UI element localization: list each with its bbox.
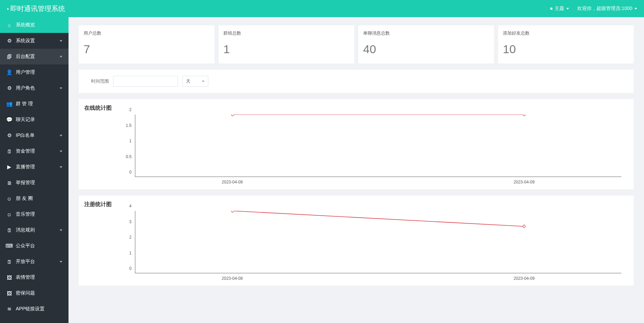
- stat-label: 用户总数: [84, 30, 210, 36]
- menu-icon: 🗓: [6, 148, 12, 154]
- menu-icon: 🗎: [6, 180, 12, 186]
- sidebar-item-1[interactable]: ⚙系统设置: [0, 33, 69, 49]
- y-tick: 2: [129, 107, 132, 112]
- stat-card-2: 单聊消息总数40: [358, 25, 494, 63]
- x-tick: 2023-04-09: [513, 276, 534, 281]
- stat-value: 10: [503, 43, 629, 56]
- menu-label: 资金管理: [16, 148, 35, 154]
- y-tick: 0.5: [126, 154, 132, 159]
- sidebar-item-9[interactable]: ▶直播管理: [0, 159, 69, 175]
- y-tick: 1.5: [126, 123, 132, 128]
- stat-value: 1: [223, 43, 349, 56]
- menu-label: 直播管理: [16, 164, 35, 170]
- sidebar-item-18[interactable]: ≋APP链接设置: [0, 301, 69, 317]
- main-content: 用户总数7群组总数1单聊消息总数40添加好友总数10 时间范围 天 在线统计图 …: [69, 17, 644, 323]
- menu-label: 举报管理: [16, 180, 35, 186]
- stat-value: 40: [363, 43, 489, 56]
- chevron-down-icon: [60, 261, 62, 263]
- menu-icon: ≋: [6, 306, 12, 312]
- chevron-down-icon: [60, 87, 62, 89]
- menu-icon: 🖾: [6, 290, 12, 296]
- menu-icon: 👤: [6, 69, 12, 75]
- sidebar-item-6[interactable]: 💬聊天记录: [0, 112, 69, 128]
- y-tick: 2: [129, 235, 132, 240]
- sidebar-item-4[interactable]: ⚙用户角色: [0, 80, 69, 96]
- sidebar-item-7[interactable]: ⚙IP白名单: [0, 128, 69, 143]
- y-axis: 01234: [84, 211, 134, 273]
- theme-selector[interactable]: 主题: [550, 5, 569, 12]
- sidebar-item-3[interactable]: 👤用户管理: [0, 64, 69, 80]
- menu-label: 密保问题: [16, 290, 35, 296]
- theme-label: 主题: [555, 5, 564, 12]
- sidebar-item-12[interactable]: ☺音乐管理: [0, 206, 69, 222]
- menu-icon: 🖾: [6, 275, 12, 280]
- menu-label: 开放平台: [16, 259, 35, 265]
- menu-icon: ⌂: [6, 22, 12, 28]
- svg-point-0: [232, 115, 234, 116]
- time-unit-select[interactable]: 天: [182, 76, 208, 87]
- sidebar-item-10[interactable]: 🗎举报管理: [0, 175, 69, 191]
- menu-icon: ⌨: [6, 243, 12, 249]
- menu-icon: ⚙: [6, 38, 12, 44]
- user-menu[interactable]: 欢迎你，超级管理员:1000: [577, 5, 637, 12]
- time-unit-value: 天: [186, 78, 190, 84]
- x-tick: 2023-04-08: [222, 276, 243, 281]
- sidebar-item-15[interactable]: 🗓开放平台: [0, 254, 69, 270]
- y-tick: 1: [129, 251, 132, 255]
- app-logo-title: 即时通讯管理系统: [7, 4, 65, 13]
- y-tick: 0: [129, 266, 132, 271]
- chart-card-online: 在线统计图 00.511.522023-04-082023-04-09: [79, 99, 634, 189]
- menu-icon: ⚙: [6, 132, 12, 139]
- chevron-down-icon: [60, 135, 62, 136]
- stat-label: 单聊消息总数: [363, 30, 489, 36]
- menu-label: IP白名单: [16, 132, 35, 139]
- menu-label: APP链接设置: [16, 306, 45, 312]
- x-axis: 2023-04-082023-04-09: [135, 274, 621, 283]
- chevron-down-icon: [60, 40, 62, 42]
- svg-point-3: [523, 225, 525, 228]
- x-tick: 2023-04-08: [222, 180, 243, 184]
- menu-label: 消息规则: [16, 227, 35, 233]
- sidebar-item-5[interactable]: 👥群 管 理: [0, 96, 69, 112]
- chevron-down-icon: [60, 229, 62, 231]
- menu-icon: 💬: [6, 117, 12, 123]
- menu-label: 用户管理: [16, 69, 35, 75]
- chart-title-register: 注册统计图: [84, 201, 628, 208]
- menu-label: 系统设置: [16, 38, 35, 44]
- time-range-input[interactable]: [113, 76, 178, 87]
- plot-area: [135, 211, 621, 273]
- stat-label: 群组总数: [223, 30, 349, 36]
- sidebar-item-2[interactable]: 🗐后台配置: [0, 49, 69, 64]
- svg-point-1: [523, 115, 525, 116]
- y-tick: 4: [129, 204, 132, 208]
- filter-bar: 时间范围 天: [79, 70, 634, 93]
- stat-label: 添加好友总数: [503, 30, 629, 36]
- y-axis: 00.511.52: [84, 115, 134, 177]
- sidebar-item-14[interactable]: ⌨公众平台: [0, 238, 69, 254]
- sidebar-item-11[interactable]: ☺朋 友 圈: [0, 191, 69, 206]
- sidebar-item-16[interactable]: 🖾表情管理: [0, 270, 69, 285]
- x-tick: 2023-04-09: [513, 180, 534, 184]
- menu-icon: ☺: [6, 212, 12, 217]
- menu-icon: 🗓: [6, 227, 12, 233]
- plot-area: [135, 115, 621, 177]
- menu-label: 用户角色: [16, 85, 35, 91]
- sidebar: ⌂系统概览⚙系统设置🗐后台配置👤用户管理⚙用户角色👥群 管 理💬聊天记录⚙IP白…: [0, 17, 69, 323]
- chart-area-register: 012342023-04-082023-04-09: [84, 211, 628, 283]
- x-axis: 2023-04-082023-04-09: [135, 178, 621, 187]
- stat-card-0: 用户总数7: [79, 25, 214, 63]
- menu-label: 音乐管理: [16, 211, 35, 217]
- menu-label: 公众平台: [16, 243, 35, 249]
- menu-label: 朋 友 圈: [16, 195, 33, 202]
- stats-row: 用户总数7群组总数1单聊消息总数40添加好友总数10: [79, 25, 634, 63]
- chart-title-online: 在线统计图: [84, 105, 628, 112]
- menu-icon: 👥: [6, 101, 12, 107]
- menu-label: 后台配置: [16, 53, 35, 60]
- sidebar-item-13[interactable]: 🗓消息规则: [0, 222, 69, 238]
- stat-card-1: 群组总数1: [219, 25, 354, 63]
- chevron-down-icon: [60, 56, 62, 58]
- header: 即时通讯管理系统 主题 欢迎你，超级管理员:1000: [0, 0, 644, 17]
- sidebar-item-0[interactable]: ⌂系统概览: [0, 17, 69, 33]
- sidebar-item-17[interactable]: 🖾密保问题: [0, 285, 69, 301]
- sidebar-item-8[interactable]: 🗓资金管理: [0, 143, 69, 159]
